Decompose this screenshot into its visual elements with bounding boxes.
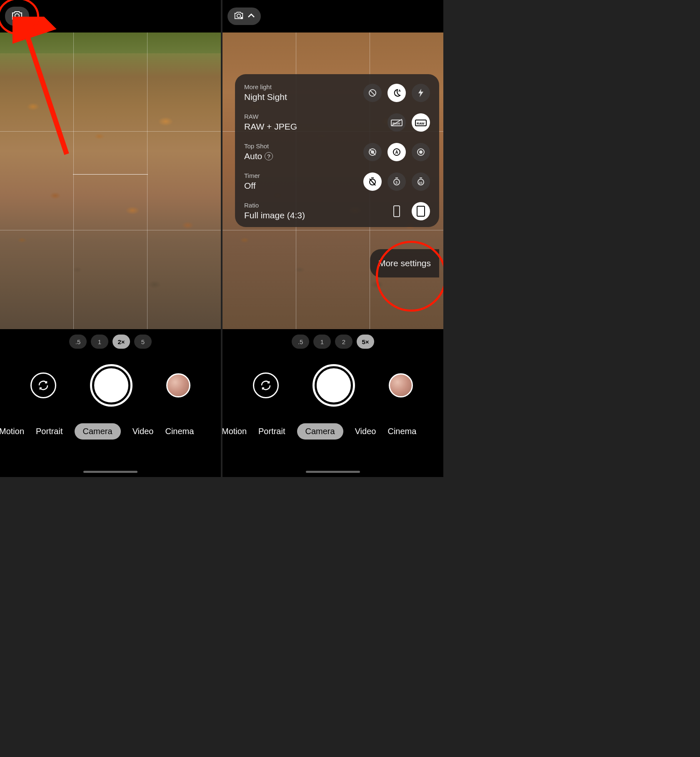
svg-line-6 <box>370 90 375 95</box>
last-photo-thumbnail[interactable] <box>389 373 413 397</box>
topshot-on-icon <box>416 147 425 157</box>
zoom-chip-0-5x[interactable]: .5 <box>69 335 87 349</box>
svg-text:10: 10 <box>419 181 422 185</box>
mode-portrait[interactable]: Portrait <box>258 427 285 436</box>
flip-camera-button[interactable] <box>253 372 279 398</box>
setting-timer: Timer Off 3 10 <box>244 172 430 191</box>
prohibit-icon <box>368 88 377 97</box>
shutter-controls <box>222 354 443 417</box>
ratio-wide-icon <box>393 205 400 217</box>
svg-text:A: A <box>395 150 398 155</box>
shutter-controls <box>0 354 221 417</box>
setting-value: Auto ? <box>244 151 363 161</box>
mode-portrait[interactable]: Portrait <box>36 427 62 436</box>
timer-3-icon: 3 <box>392 177 401 186</box>
raw-on[interactable]: RAW <box>412 113 430 132</box>
mode-motion[interactable]: Motion <box>0 427 24 436</box>
topshot-auto-icon: A <box>392 147 401 157</box>
setting-top-shot: Top Shot Auto ? A <box>244 142 430 161</box>
nav-pill[interactable] <box>83 471 138 473</box>
mode-motion[interactable]: Motion <box>222 427 247 436</box>
raw-off-icon: RAW <box>390 118 403 127</box>
last-photo-thumbnail[interactable] <box>166 373 190 397</box>
timer-off-icon <box>368 177 377 186</box>
shutter-button[interactable] <box>92 366 130 405</box>
nav-pill[interactable] <box>306 471 360 473</box>
mode-selector[interactable]: Motion Portrait Camera Video Cinema <box>0 417 221 446</box>
raw-off[interactable]: RAW <box>388 113 406 132</box>
svg-text:RAW: RAW <box>417 122 425 125</box>
zoom-chip-5x[interactable]: 5× <box>357 335 374 349</box>
zoom-chip-1x[interactable]: 1 <box>313 335 331 349</box>
setting-title: Top Shot <box>244 142 363 150</box>
mode-cinema[interactable]: Cinema <box>165 427 194 436</box>
shutter-button[interactable] <box>315 366 353 405</box>
moon-auto-icon: A <box>392 88 402 98</box>
help-icon[interactable]: ? <box>265 152 273 160</box>
svg-point-3 <box>237 14 240 17</box>
timer-off[interactable] <box>363 172 382 191</box>
camera-viewfinder[interactable] <box>0 32 221 329</box>
zoom-chip-2x[interactable]: 2 <box>335 335 352 349</box>
svg-text:A: A <box>398 89 401 92</box>
svg-line-15 <box>370 149 375 155</box>
svg-text:3: 3 <box>395 180 398 185</box>
flash-icon <box>417 88 425 97</box>
night-sight-auto[interactable]: A <box>388 84 406 102</box>
setting-raw: RAW RAW + JPEG RAW RAW <box>244 113 430 132</box>
flip-icon <box>259 379 272 392</box>
top-bar <box>222 0 443 32</box>
zoom-selector: .5 1 2 5× <box>222 329 443 354</box>
night-sight-off[interactable] <box>363 84 382 102</box>
setting-value: Full image (4:3) <box>244 210 388 220</box>
mode-video[interactable]: Video <box>355 427 376 436</box>
timer-3s[interactable]: 3 <box>388 172 406 191</box>
more-settings-button[interactable]: More settings <box>370 249 439 277</box>
setting-more-light: More light Night Sight A <box>244 83 430 102</box>
ratio-full-icon <box>417 206 425 217</box>
topshot-auto[interactable]: A <box>388 143 406 161</box>
zoom-chip-2x[interactable]: 2× <box>112 335 130 349</box>
zoom-chip-0-5x[interactable]: .5 <box>292 335 309 349</box>
mode-selector[interactable]: Motion Portrait Camera Video Cinema <box>222 417 443 446</box>
setting-title: RAW <box>244 113 388 120</box>
setting-value: Night Sight <box>244 92 363 102</box>
ratio-full[interactable] <box>412 202 430 220</box>
zoom-selector: .5 1 2× 5 <box>0 329 221 354</box>
quick-settings-panel: More light Night Sight A <box>235 74 439 227</box>
setting-value: RAW + JPEG <box>244 122 388 132</box>
phone-screenshot-left: .5 1 2× 5 Motion Portrait Camera Video C… <box>0 0 221 477</box>
mode-camera[interactable]: Camera <box>297 423 343 440</box>
flip-icon <box>37 379 50 392</box>
level-indicator <box>73 174 148 175</box>
flip-camera-button[interactable] <box>30 372 56 398</box>
camera-settings-button-expanded[interactable] <box>228 7 261 25</box>
mode-camera[interactable]: Camera <box>75 423 121 440</box>
top-bar <box>0 0 221 32</box>
mode-video[interactable]: Video <box>132 427 154 436</box>
zoom-chip-1x[interactable]: 1 <box>91 335 108 349</box>
svg-point-0 <box>15 14 19 18</box>
phone-screenshot-right: More light Night Sight A <box>222 0 443 477</box>
svg-point-1 <box>19 17 22 20</box>
camera-gear-icon <box>11 10 23 22</box>
setting-title: Ratio <box>244 202 388 209</box>
mode-cinema[interactable]: Cinema <box>388 427 416 436</box>
flash-on[interactable] <box>412 84 430 102</box>
setting-value: Off <box>244 181 363 191</box>
setting-ratio: Ratio Full image (4:3) <box>244 202 430 220</box>
timer-10s[interactable]: 10 <box>412 172 430 191</box>
zoom-chip-5x[interactable]: 5 <box>134 335 152 349</box>
svg-point-4 <box>240 17 242 19</box>
setting-title: More light <box>244 83 363 90</box>
svg-point-19 <box>420 151 422 153</box>
camera-viewfinder[interactable]: More light Night Sight A <box>222 32 443 329</box>
chevron-up-icon <box>248 12 255 20</box>
timer-10-icon: 10 <box>416 177 425 186</box>
setting-title: Timer <box>244 172 363 179</box>
ratio-wide[interactable] <box>388 202 406 220</box>
topshot-off[interactable] <box>363 143 382 161</box>
camera-settings-button[interactable] <box>5 7 29 26</box>
raw-on-icon: RAW <box>415 118 427 127</box>
topshot-on[interactable] <box>412 143 430 161</box>
